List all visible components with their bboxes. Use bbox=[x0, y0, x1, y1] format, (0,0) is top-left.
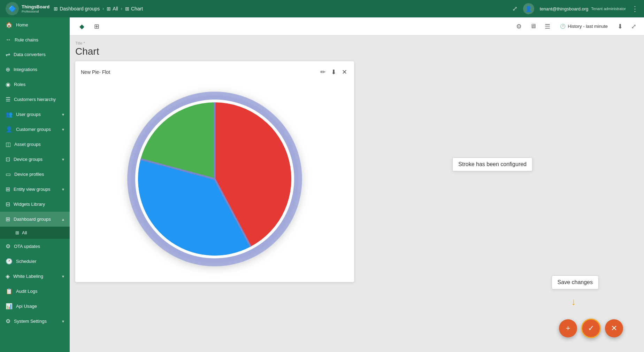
sidebar-item-asset-groups[interactable]: ◫ Asset groups bbox=[0, 137, 70, 152]
chevron-down-icon-3: ▾ bbox=[62, 157, 64, 162]
breadcrumb-sep-1: › bbox=[102, 6, 104, 11]
chart-icon: ⊞ bbox=[125, 6, 129, 11]
sidebar-item-dashboard-groups[interactable]: ⊞ Dashboard groups ▴ bbox=[0, 212, 70, 227]
api-usage-icon: 📊 bbox=[6, 303, 13, 310]
sidebar-label-rule-chains: Rule chains bbox=[15, 37, 64, 42]
confirm-button[interactable]: ✓ bbox=[581, 319, 601, 338]
add-widget-button[interactable]: + bbox=[559, 319, 577, 337]
widget-title: New Pie- Flot bbox=[81, 69, 110, 75]
history-button[interactable]: 🕐 History - last minute bbox=[557, 22, 611, 31]
sidebar-item-data-converters[interactable]: ⇌ Data converters bbox=[0, 47, 70, 62]
sidebar-item-customer-groups[interactable]: 👤 Customer groups ▾ bbox=[0, 122, 70, 137]
plus-icon: + bbox=[566, 324, 570, 333]
breadcrumb-sep-2: › bbox=[121, 6, 122, 11]
chevron-down-icon-5: ▾ bbox=[62, 274, 64, 279]
sidebar-label-white-labeling: White Labeling bbox=[13, 274, 59, 279]
chevron-down-icon: ▾ bbox=[62, 112, 64, 117]
sidebar-item-system-settings[interactable]: ⚙ System Settings ▾ bbox=[0, 314, 70, 329]
sidebar-item-rule-chains[interactable]: ↔ Rule chains bbox=[0, 32, 70, 47]
tab-grid-button[interactable]: ⊞ bbox=[90, 20, 104, 33]
sidebar-item-widgets-library[interactable]: ⊟ Widgets Library bbox=[0, 197, 70, 212]
chevron-down-icon-2: ▾ bbox=[62, 127, 64, 132]
ota-updates-icon: ⚙ bbox=[6, 243, 10, 250]
page-title: Chart bbox=[75, 46, 638, 57]
system-settings-icon: ⚙ bbox=[6, 318, 10, 324]
sidebar-item-scheduler[interactable]: 🕐 Scheduler bbox=[0, 254, 70, 269]
breadcrumb: ⊞ Dashboard groups › ⊞ All › ⊞ Chart bbox=[54, 6, 143, 11]
widget-actions: ✏ ⬇ ✕ bbox=[319, 67, 348, 77]
sidebar-item-entity-view-groups[interactable]: ⊞ Entity view groups ▾ bbox=[0, 182, 70, 197]
widget-header: New Pie- Flot ✏ ⬇ ✕ bbox=[81, 67, 348, 77]
display-icon[interactable]: 🖥 bbox=[528, 21, 538, 32]
sidebar-item-roles[interactable]: ◉ Roles bbox=[0, 77, 70, 92]
scheduler-icon: 🕐 bbox=[6, 258, 13, 265]
more-options-icon[interactable]: ⋮ bbox=[631, 5, 638, 13]
topbar-left: 🔷 ThingsBoard Professional ⊞ Dashboard g… bbox=[6, 2, 143, 15]
sidebar-sub-item-all[interactable]: ⊞ All bbox=[0, 227, 70, 239]
fullscreen-content-icon[interactable]: ⤢ bbox=[629, 21, 638, 32]
rule-chains-icon: ↔ bbox=[6, 37, 11, 43]
breadcrumb-item-1[interactable]: ⊞ Dashboard groups bbox=[54, 6, 100, 11]
sidebar-label-dashboard-groups: Dashboard groups bbox=[14, 217, 59, 222]
filter-icon[interactable]: ☰ bbox=[543, 21, 552, 32]
sidebar-label-home: Home bbox=[16, 22, 64, 28]
title-area: Title * Chart bbox=[75, 41, 638, 57]
entity-view-groups-icon: ⊞ bbox=[6, 186, 10, 193]
sidebar-label-data-converters: Data converters bbox=[14, 52, 64, 57]
sidebar-label-system-settings: System Settings bbox=[14, 319, 59, 324]
main-layout: 🏠 Home ↔ Rule chains ⇌ Data converters ⊕… bbox=[0, 17, 644, 352]
dashboard-groups-icon: ⊞ bbox=[54, 6, 58, 11]
sidebar-item-device-groups[interactable]: ⊡ Device groups ▾ bbox=[0, 152, 70, 167]
sidebar-label-roles: Roles bbox=[14, 82, 64, 87]
sidebar-item-device-profiles[interactable]: ▭ Device profiles bbox=[0, 167, 70, 182]
white-labeling-icon: ◈ bbox=[6, 273, 10, 280]
chevron-down-icon-4: ▾ bbox=[62, 187, 64, 192]
download-widget-button[interactable]: ⬇ bbox=[330, 67, 338, 77]
logo: 🔷 ThingsBoard Professional bbox=[6, 2, 49, 15]
fab-group: + ✓ ✕ bbox=[559, 319, 623, 338]
avatar[interactable]: 👤 bbox=[523, 3, 534, 14]
sub-header-right: ⚙ 🖥 ☰ 🕐 History - last minute ⬇ ⤢ bbox=[514, 21, 638, 32]
save-arrow-icon: ↓ bbox=[571, 297, 576, 307]
sidebar-item-customers-hierarchy[interactable]: ☰ Customers hierarchy bbox=[0, 92, 70, 107]
logo-title: ThingsBoard bbox=[22, 4, 49, 10]
dashboard-groups-icon-sidebar: ⊞ bbox=[6, 216, 10, 222]
pie-chart bbox=[124, 88, 305, 269]
breadcrumb-item-3[interactable]: ⊞ Chart bbox=[125, 6, 143, 11]
sidebar-sub-label-all: All bbox=[22, 230, 27, 235]
breadcrumb-item-2[interactable]: ⊞ All bbox=[107, 6, 118, 11]
sub-header: ◆ ⊞ ⚙ 🖥 ☰ 🕐 History - last minute ⬇ ⤢ bbox=[70, 17, 644, 36]
tab-diamond-button[interactable]: ◆ bbox=[75, 20, 89, 33]
sidebar-label-scheduler: Scheduler bbox=[16, 259, 64, 264]
sidebar-label-asset-groups: Asset groups bbox=[14, 142, 64, 147]
edit-widget-button[interactable]: ✏ bbox=[319, 67, 327, 77]
sidebar-label-device-profiles: Device profiles bbox=[14, 172, 64, 177]
chevron-up-icon: ▴ bbox=[62, 217, 64, 222]
cancel-button[interactable]: ✕ bbox=[605, 319, 623, 337]
all-icon: ⊞ bbox=[107, 6, 111, 11]
sidebar-label-device-groups: Device groups bbox=[14, 157, 59, 162]
all-sub-icon: ⊞ bbox=[15, 230, 19, 235]
topbar-right: ⤢ 👤 tenant@thingsboard.org Tenant admini… bbox=[512, 3, 638, 14]
widget-card: New Pie- Flot ✏ ⬇ ✕ bbox=[75, 61, 354, 282]
integrations-icon: ⊕ bbox=[6, 66, 10, 73]
sidebar-item-integrations[interactable]: ⊕ Integrations bbox=[0, 62, 70, 77]
save-callout-text: Save changes bbox=[558, 279, 593, 285]
sidebar-item-audit-logs[interactable]: 📋 Audit Logs bbox=[0, 284, 70, 299]
sidebar-item-user-groups[interactable]: 👥 User groups ▾ bbox=[0, 107, 70, 122]
stroke-tooltip: Stroke has been configured bbox=[452, 157, 532, 171]
sidebar-item-api-usage[interactable]: 📊 Api Usage bbox=[0, 299, 70, 314]
sidebar-item-ota-updates[interactable]: ⚙ OTA updates bbox=[0, 239, 70, 254]
sidebar-label-user-groups: User groups bbox=[16, 112, 59, 117]
sub-header-left: ◆ ⊞ bbox=[75, 20, 104, 33]
breadcrumb-label-2: All bbox=[113, 6, 118, 11]
download-icon[interactable]: ⬇ bbox=[615, 21, 625, 32]
close-widget-button[interactable]: ✕ bbox=[340, 67, 348, 77]
logo-text-block: ThingsBoard Professional bbox=[22, 4, 49, 13]
fullscreen-icon[interactable]: ⤢ bbox=[512, 5, 518, 13]
sidebar-label-audit-logs: Audit Logs bbox=[16, 289, 64, 294]
settings-icon[interactable]: ⚙ bbox=[514, 21, 524, 32]
topbar: 🔷 ThingsBoard Professional ⊞ Dashboard g… bbox=[0, 0, 644, 17]
sidebar-item-white-labeling[interactable]: ◈ White Labeling ▾ bbox=[0, 269, 70, 284]
sidebar-item-home[interactable]: 🏠 Home bbox=[0, 17, 70, 32]
